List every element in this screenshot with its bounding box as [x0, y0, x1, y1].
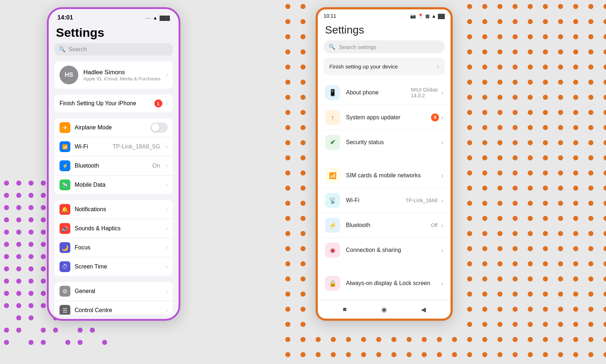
- finish-setup-badge: 1: [154, 99, 162, 107]
- iphone-mobile-data-row[interactable]: 📡 Mobile Data ›: [54, 176, 173, 194]
- android-time: 10:11: [324, 13, 336, 19]
- about-phone-right: MIUI Global14.0.2 ›: [411, 87, 443, 98]
- sounds-label: Sounds & Haptics: [75, 225, 162, 232]
- avatar: HS: [60, 66, 78, 84]
- chevron-right-icon: ›: [166, 307, 168, 314]
- iphone-panel: 14:01 ···· ▲ ▓▓▓ Settings 🔍 Search HS Ha…: [47, 7, 180, 321]
- spacer2: [318, 266, 451, 271]
- android-security-row[interactable]: ✔ Security status ›: [318, 130, 451, 155]
- iphone-focus-row[interactable]: 🌙 Focus ›: [54, 238, 173, 257]
- iphone-finish-setup-row[interactable]: Finish Setting Up Your iPhone 1 ›: [54, 94, 173, 112]
- screen-time-icon: ⏱: [60, 261, 70, 272]
- android-status-bar: 10:11 📷 📍 ▦ ▲ ▓▓: [318, 9, 451, 20]
- iphone-sounds-row[interactable]: 🔊 Sounds & Haptics ›: [54, 219, 173, 238]
- iphone-content: Settings 🔍 Search HS Hadlee Simons Apple…: [49, 23, 179, 315]
- android-status-icons: 📷 📍 ▦ ▲ ▓▓: [410, 13, 445, 19]
- lock-screen-content: Always-on display & Lock screen: [346, 280, 435, 287]
- chevron-right-icon: ›: [441, 172, 443, 179]
- iphone-airplane-mode-row[interactable]: ✈ Airplane Mode: [54, 118, 173, 137]
- chevron-right-icon: ›: [441, 114, 443, 121]
- profile-subtitle: Apple ID, iCloud, Media & Purchases: [83, 76, 161, 81]
- wifi-value: TP-Link_18A8_5G: [113, 143, 160, 150]
- system-apps-badge: 9: [431, 114, 439, 121]
- system-apps-label: System apps updater: [346, 114, 425, 121]
- android-bluetooth-row[interactable]: ⚡ Bluetooth Off ›: [318, 213, 451, 238]
- iphone-notifications-group: 🔔 Notifications › 🔊 Sounds & Haptics › 🌙…: [54, 200, 173, 276]
- focus-icon: 🌙: [60, 242, 70, 253]
- chevron-right-icon: ›: [166, 206, 168, 213]
- wifi-value: TP-Link_18A8: [405, 197, 438, 203]
- iphone-search-bar[interactable]: 🔍 Search: [54, 43, 173, 56]
- android-sim-row[interactable]: 📶 SIM cards & mobile networks ›: [318, 163, 451, 188]
- sim-icon: 📶: [325, 168, 340, 183]
- lock-screen-label: Always-on display & Lock screen: [346, 280, 435, 287]
- android-about-phone-row[interactable]: 📱 About phone MIUI Global14.0.2 ›: [318, 80, 451, 105]
- chevron-right-icon: ›: [166, 72, 168, 78]
- android-square-button[interactable]: ■: [340, 305, 350, 314]
- android-settings-title: Settings: [318, 20, 451, 40]
- iphone-general-row[interactable]: ⚙ General ›: [54, 282, 173, 301]
- bluetooth-value: Off: [431, 222, 438, 228]
- control-centre-icon: ☰: [60, 305, 70, 315]
- signal-icon: ····: [145, 15, 150, 21]
- general-label: General: [75, 288, 162, 294]
- android-connectivity-group: 📶 SIM cards & mobile networks › 📡 Wi-Fi …: [318, 163, 451, 262]
- about-phone-value: MIUI Global14.0.2: [411, 87, 438, 98]
- system-apps-content: System apps updater: [346, 114, 425, 121]
- chevron-right-icon: ›: [441, 280, 443, 287]
- bluetooth-label: Bluetooth: [75, 163, 148, 169]
- android-wifi-row[interactable]: 📡 Wi-Fi TP-Link_18A8 ›: [318, 188, 451, 213]
- chevron-right-icon: ›: [166, 288, 168, 294]
- lock-screen-icon: 🔒: [325, 276, 340, 291]
- iphone-bluetooth-row[interactable]: ⚡ Bluetooth On ›: [54, 156, 173, 176]
- android-home-button[interactable]: ◉: [379, 305, 389, 314]
- android-system-apps-row[interactable]: ↑ System apps updater 9 ›: [318, 105, 451, 130]
- chevron-right-icon: ›: [166, 244, 168, 251]
- android-content: Settings 🔍 Search settings Finish settin…: [318, 20, 451, 314]
- menu-icon: ▦: [425, 13, 430, 19]
- sim-content: SIM cards & mobile networks: [346, 172, 435, 179]
- screen-time-label: Screen Time: [75, 263, 162, 270]
- bluetooth-icon: ⚡: [325, 218, 340, 233]
- android-lock-screen-row[interactable]: 🔒 Always-on display & Lock screen ›: [318, 271, 451, 296]
- iphone-wifi-row[interactable]: 📶 Wi-Fi TP-Link_18A8_5G ›: [54, 137, 173, 156]
- android-search-placeholder: Search settings: [339, 44, 376, 50]
- chevron-right-icon: ›: [166, 263, 168, 270]
- android-lock-group: 🔒 Always-on display & Lock screen ›: [318, 271, 451, 296]
- sounds-icon: 🔊: [60, 223, 70, 234]
- chevron-right-icon: ›: [437, 63, 439, 70]
- sim-label: SIM cards & mobile networks: [346, 172, 435, 179]
- about-phone-label: About phone: [346, 89, 405, 96]
- camera-icon: 📷: [410, 13, 416, 19]
- airplane-mode-label: Airplane Mode: [75, 124, 146, 131]
- chevron-right-icon: ›: [166, 163, 168, 169]
- about-phone-icon: 📱: [325, 85, 340, 100]
- android-connection-row[interactable]: ◉ Connection & sharing ›: [318, 238, 451, 262]
- chevron-right-icon: ›: [441, 139, 443, 146]
- iphone-notifications-row[interactable]: 🔔 Notifications ›: [54, 200, 173, 219]
- search-icon: 🔍: [59, 46, 66, 53]
- iphone-settings-title: Settings: [49, 23, 179, 43]
- general-icon: ⚙: [60, 286, 70, 297]
- wifi-label: Wi-Fi: [346, 197, 400, 204]
- chevron-right-icon: ›: [166, 100, 168, 107]
- chevron-right-icon: ›: [166, 143, 168, 150]
- connection-label: Connection & sharing: [346, 247, 435, 253]
- chevron-right-icon: ›: [441, 197, 443, 204]
- android-back-button[interactable]: ◀: [418, 305, 429, 314]
- android-finish-setup-row[interactable]: Finish setting up your device ›: [324, 58, 445, 75]
- bluetooth-value: On: [152, 163, 160, 169]
- airplane-mode-toggle[interactable]: [150, 123, 168, 133]
- bluetooth-right: Off ›: [431, 222, 443, 229]
- security-icon: ✔: [325, 135, 340, 150]
- iphone-screen-time-row[interactable]: ⏱ Screen Time ›: [54, 257, 173, 276]
- iphone-status-bar: 14:01 ···· ▲ ▓▓▓: [49, 9, 179, 23]
- wifi-icon: ▲: [153, 15, 158, 21]
- battery-status-icon: ▓▓: [438, 13, 445, 19]
- iphone-control-centre-row[interactable]: ☰ Control Centre ›: [54, 301, 173, 315]
- iphone-profile-row[interactable]: HS Hadlee Simons Apple ID, iCloud, Media…: [54, 61, 173, 89]
- android-search-bar[interactable]: 🔍 Search settings: [324, 40, 445, 53]
- notifications-icon: 🔔: [60, 204, 70, 215]
- bluetooth-label: Bluetooth: [346, 222, 425, 228]
- wifi-content: Wi-Fi: [346, 197, 400, 204]
